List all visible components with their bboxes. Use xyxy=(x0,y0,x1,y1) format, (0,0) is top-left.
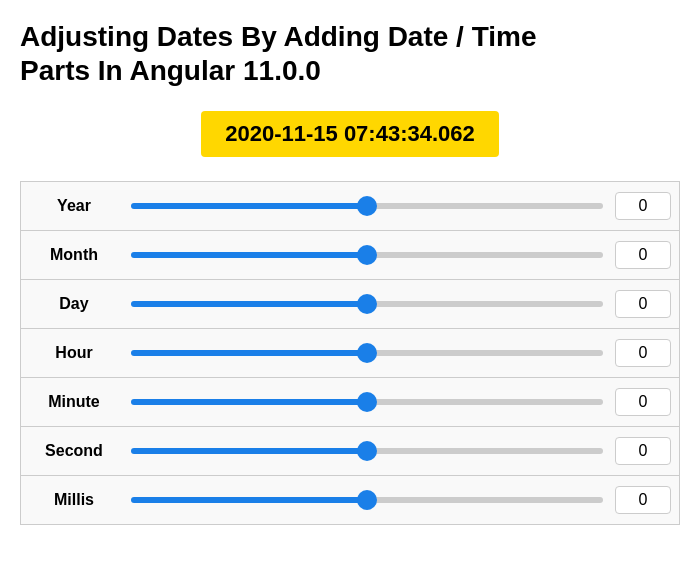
slider-label-millis: Millis xyxy=(29,491,119,509)
slider-input-year[interactable] xyxy=(131,203,603,209)
slider-value-month: 0 xyxy=(615,241,671,269)
slider-row-month: Month0 xyxy=(20,230,680,279)
slider-row-hour: Hour0 xyxy=(20,328,680,377)
slider-label-day: Day xyxy=(29,295,119,313)
slider-row-minute: Minute0 xyxy=(20,377,680,426)
slider-input-day[interactable] xyxy=(131,301,603,307)
slider-track-month xyxy=(131,245,603,265)
slider-label-minute: Minute xyxy=(29,393,119,411)
slider-value-minute: 0 xyxy=(615,388,671,416)
slider-value-year: 0 xyxy=(615,192,671,220)
slider-label-second: Second xyxy=(29,442,119,460)
slider-value-hour: 0 xyxy=(615,339,671,367)
slider-input-second[interactable] xyxy=(131,448,603,454)
slider-row-day: Day0 xyxy=(20,279,680,328)
date-display: 2020-11-15 07:43:34.062 xyxy=(201,111,499,157)
slider-track-second xyxy=(131,441,603,461)
slider-input-month[interactable] xyxy=(131,252,603,258)
slider-value-second: 0 xyxy=(615,437,671,465)
slider-row-millis: Millis0 xyxy=(20,475,680,525)
slider-label-month: Month xyxy=(29,246,119,264)
slider-row-year: Year0 xyxy=(20,181,680,230)
slider-row-second: Second0 xyxy=(20,426,680,475)
slider-input-millis[interactable] xyxy=(131,497,603,503)
slider-track-millis xyxy=(131,490,603,510)
sliders-container: Year0Month0Day0Hour0Minute0Second0Millis… xyxy=(20,181,680,525)
slider-track-hour xyxy=(131,343,603,363)
date-display-wrapper: 2020-11-15 07:43:34.062 xyxy=(20,111,680,157)
slider-input-hour[interactable] xyxy=(131,350,603,356)
slider-value-day: 0 xyxy=(615,290,671,318)
slider-track-day xyxy=(131,294,603,314)
slider-track-year xyxy=(131,196,603,216)
slider-track-minute xyxy=(131,392,603,412)
slider-label-hour: Hour xyxy=(29,344,119,362)
slider-value-millis: 0 xyxy=(615,486,671,514)
slider-label-year: Year xyxy=(29,197,119,215)
page-title: Adjusting Dates By Adding Date / Time Pa… xyxy=(20,20,680,87)
slider-input-minute[interactable] xyxy=(131,399,603,405)
